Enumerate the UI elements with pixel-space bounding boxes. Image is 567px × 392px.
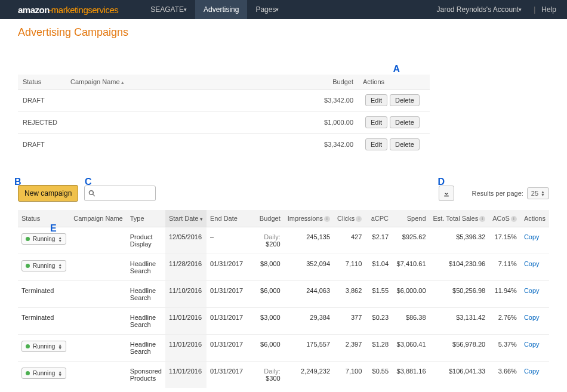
cell-campaign-name — [70, 281, 127, 308]
cell-start-date: 11/01/2016 — [165, 308, 207, 335]
edit-button[interactable]: Edit — [365, 94, 387, 106]
cell-sales: $106,041.33 — [430, 362, 489, 388]
cell-spend: $3,060.41 — [392, 335, 429, 362]
status-pill[interactable]: Running▲▼ — [21, 233, 66, 245]
delete-button[interactable]: Delete — [390, 116, 420, 128]
cell-spend: $6,000.00 — [392, 281, 429, 308]
cell-sales: $3,131.42 — [430, 308, 489, 335]
copy-link[interactable]: Copy — [524, 287, 540, 294]
drafts-col-campaign-name[interactable]: Campaign Name — [66, 75, 304, 89]
cell-clicks: 2,397 — [334, 335, 365, 362]
cell-acos: 11.94% — [489, 281, 520, 308]
col-start-date[interactable]: Start Date — [165, 210, 207, 227]
cell-acpc: $0.55 — [365, 362, 392, 388]
cell-sales: $5,396.32 — [430, 227, 489, 254]
annotation-e: E — [50, 223, 57, 234]
nav-item-advertising[interactable]: Advertising — [195, 0, 247, 19]
cell-end-date: 01/31/2017 — [207, 335, 246, 362]
draft-actions: EditDelete — [358, 134, 430, 156]
draft-name — [66, 112, 304, 134]
status-pill[interactable]: Running▲▼ — [21, 341, 66, 352]
cell-actions: Copy — [520, 308, 549, 335]
draft-status: DRAFT — [18, 89, 66, 112]
status-dot-icon — [26, 237, 30, 241]
draft-actions: EditDelete — [358, 89, 430, 112]
drafts-col-status[interactable]: Status — [18, 75, 66, 89]
cell-budget: $8,000 — [246, 254, 284, 281]
col-budget[interactable]: Budget — [246, 210, 284, 227]
cell-end-date: 01/31/2017 — [207, 254, 246, 281]
drafts-row: DRAFT$3,342.00EditDelete — [18, 89, 430, 112]
cell-actions: Copy — [520, 335, 549, 362]
search-box[interactable] — [84, 186, 156, 201]
help-link[interactable]: Help — [539, 0, 556, 19]
status-pill[interactable]: Running▲▼ — [21, 368, 66, 379]
col-status[interactable]: Status — [18, 210, 70, 227]
status-pill[interactable]: Running▲▼ — [21, 260, 66, 271]
delete-button[interactable]: Delete — [390, 94, 420, 106]
annotation-b: B — [14, 177, 21, 187]
cell-acos: 5.37% — [489, 335, 520, 362]
col-end-date[interactable]: End Date — [207, 210, 246, 227]
drafts-row: REJECTED$1,000.00EditDelete — [18, 112, 430, 134]
col-est-total-sales[interactable]: Est. Total Salesi — [430, 210, 489, 227]
col-type[interactable]: Type — [127, 210, 165, 227]
drafts-section: A Status Campaign Name Budget Actions DR… — [18, 75, 430, 155]
campaigns-table: Status Campaign Name Type Start Date End… — [18, 210, 549, 388]
cell-acpc: $0.23 — [365, 308, 392, 335]
cell-status: Running▲▼ — [18, 254, 70, 281]
cell-type: Product Display — [127, 227, 165, 254]
account-label: Jarod Reynolds's Account — [436, 5, 519, 14]
copy-link[interactable]: Copy — [524, 314, 540, 321]
cell-impressions: 29,384 — [284, 308, 334, 335]
cell-impressions: 244,063 — [284, 281, 334, 308]
logo[interactable]: amazon ⌣ marketingservices — [18, 5, 118, 15]
nav-item-seagate[interactable]: SEAGATE — [142, 0, 195, 19]
cell-budget: Daily: $300 — [246, 362, 284, 388]
copy-link[interactable]: Copy — [524, 341, 540, 348]
col-acpc[interactable]: aCPC — [365, 210, 392, 227]
draft-actions: EditDelete — [358, 112, 430, 134]
nav-divider: | — [534, 5, 535, 14]
campaign-row: Running▲▼Product Display12/05/2016–Daily… — [18, 227, 549, 254]
campaign-row: Running▲▼Sponsored Products11/01/201601/… — [18, 362, 549, 388]
copy-link[interactable]: Copy — [524, 368, 540, 375]
draft-name — [66, 89, 304, 112]
col-campaign-name[interactable]: Campaign Name — [70, 210, 127, 227]
col-spend[interactable]: Spend — [392, 210, 429, 227]
logo-smile-icon: ⌣ — [48, 7, 53, 14]
campaign-row: Running▲▼Headline Search11/01/201601/31/… — [18, 335, 549, 362]
rpp-select[interactable]: 25 ▲▼ — [527, 187, 549, 199]
search-input[interactable] — [98, 189, 146, 197]
cell-type: Headline Search — [127, 281, 165, 308]
annotation-a: A — [393, 64, 400, 75]
col-clicks[interactable]: Clicksi — [334, 210, 365, 227]
status-dot-icon — [26, 264, 30, 268]
download-button[interactable] — [439, 186, 454, 201]
annotation-c: C — [85, 177, 92, 187]
cell-end-date: – — [207, 227, 246, 254]
drafts-col-budget[interactable]: Budget — [304, 75, 358, 89]
cell-start-date: 11/01/2016 — [165, 335, 207, 362]
edit-button[interactable]: Edit — [365, 138, 387, 150]
drafts-table: Status Campaign Name Budget Actions DRAF… — [18, 75, 430, 155]
cell-budget: Daily: $200 — [246, 227, 284, 254]
cell-start-date: 12/05/2016 — [165, 227, 207, 254]
col-impressions[interactable]: Impressionsi — [284, 210, 334, 227]
results-per-page: Results per page: 25 ▲▼ — [472, 187, 549, 199]
cell-type: Headline Search — [127, 308, 165, 335]
cell-type: Headline Search — [127, 254, 165, 281]
account-menu[interactable]: Jarod Reynolds's Account — [428, 0, 530, 19]
new-campaign-button[interactable]: New campaign — [18, 185, 78, 202]
col-acos[interactable]: ACoSi — [489, 210, 520, 227]
draft-status: REJECTED — [18, 112, 66, 134]
cell-spend: $3,881.16 — [392, 362, 429, 388]
copy-link[interactable]: Copy — [524, 233, 540, 240]
copy-link[interactable]: Copy — [524, 260, 540, 267]
nav-item-pages[interactable]: Pages — [247, 0, 287, 19]
edit-button[interactable]: Edit — [365, 116, 387, 128]
cell-status: Running▲▼ — [18, 362, 70, 388]
delete-button[interactable]: Delete — [390, 138, 420, 150]
search-icon — [88, 190, 95, 197]
draft-budget: $1,000.00 — [304, 112, 358, 134]
